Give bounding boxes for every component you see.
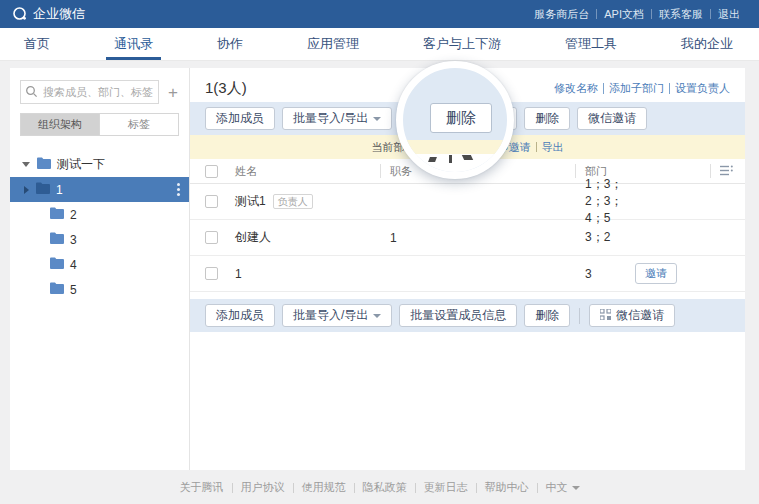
department-actions: 修改名称 添加子部门 设置负责人 [554,81,730,96]
row-checkbox[interactable] [205,195,218,208]
table-row[interactable]: 1 3 邀请 [190,256,745,292]
batch-import-export-button[interactable]: 批量导入/导出 [282,304,392,327]
content: + 组织架构 标签 测试一下 1 [10,68,745,470]
select-all-checkbox[interactable] [205,165,218,178]
member-departments: 3；2 [575,229,635,246]
tree-item-label: 测试一下 [57,156,105,173]
nav-tab-contacts[interactable]: 通讯录 [110,28,157,60]
delete-button[interactable]: 删除 [524,107,570,130]
tab-labels[interactable]: 标签 [99,114,178,135]
divider [536,142,537,152]
folder-icon [50,282,64,297]
nav-tab-customers[interactable]: 客户与上下游 [419,28,505,60]
batch-import-export-button[interactable]: 批量导入/导出 [282,107,392,130]
logout-link[interactable]: 退出 [711,7,747,22]
row-checkbox[interactable] [205,267,218,280]
tree-item-dept-1[interactable]: 1 [10,177,189,202]
more-options-icon[interactable] [177,183,180,186]
chevron-right-icon[interactable] [24,186,29,194]
help-center-link[interactable]: 帮助中心 [485,480,529,495]
tree-item-dept-3[interactable]: 3 [10,227,189,252]
magnified-delete-button[interactable]: 删除 [430,103,492,133]
search-input[interactable] [20,80,159,104]
app-logo: 企业微信 [12,5,85,23]
about-tencent-link[interactable]: 关于腾讯 [180,480,224,495]
qr-code-icon [600,309,611,323]
magnifier-lens: 删除 [396,61,514,179]
folder-icon [36,182,50,197]
batch-set-info-button[interactable]: 批量设置成员信息 [399,304,517,327]
member-departments: 1；3；2；3；4；5 [575,176,635,227]
api-docs-link[interactable]: API文档 [597,7,651,22]
topbar: 企业微信 服务商后台 API文档 联系客服 退出 [0,0,759,28]
member-name: 创建人 [235,229,271,246]
divider [232,483,233,493]
member-title: 1 [380,231,575,245]
column-settings-icon[interactable] [720,165,733,178]
table-row[interactable]: 测试1 负责人 1；3；2；3；4；5 [190,184,745,220]
export-link[interactable]: 导出 [542,140,564,155]
divider [415,483,416,493]
provider-console-link[interactable]: 服务商后台 [527,7,596,22]
add-subdepartment-link[interactable]: 添加子部门 [609,81,664,96]
divider [354,483,355,493]
tree-item-dept-5[interactable]: 5 [10,277,189,302]
rename-link[interactable]: 修改名称 [554,81,598,96]
column-header-name: 姓名 [235,164,380,179]
contact-support-link[interactable]: 联系客服 [652,7,710,22]
nav-tab-my-company[interactable]: 我的企业 [677,28,737,60]
manager-badge: 负责人 [273,194,313,209]
user-agreement-link[interactable]: 用户协议 [241,480,285,495]
chevron-down-icon[interactable] [22,162,30,167]
divider [669,83,670,94]
usage-rules-link[interactable]: 使用规范 [302,480,346,495]
divider [603,83,604,94]
wechat-invite-button[interactable]: 微信邀请 [589,304,675,327]
folder-icon [50,257,64,272]
changelog-link[interactable]: 更新日志 [424,480,468,495]
member-departments: 3 [575,267,635,281]
tab-org-structure[interactable]: 组织架构 [21,114,99,135]
divider [476,483,477,493]
wechat-invite-button[interactable]: 微信邀请 [577,107,647,130]
set-manager-link[interactable]: 设置负责人 [675,81,730,96]
member-name: 1 [235,267,242,281]
nav-tab-admin-tools[interactable]: 管理工具 [561,28,621,60]
footer: 关于腾讯 用户协议 使用规范 隐私政策 更新日志 帮助中心 中文 [0,480,759,495]
nav-tab-collaboration[interactable]: 协作 [213,28,247,60]
nav-tab-apps[interactable]: 应用管理 [303,28,363,60]
member-name: 测试1 [235,193,266,210]
sidebar-tabs: 组织架构 标签 [20,113,179,136]
row-checkbox[interactable] [205,231,218,244]
folder-icon [37,157,51,172]
add-member-button[interactable]: 添加成员 [205,304,275,327]
magnified-text-fragment [449,155,452,163]
topbar-links: 服务商后台 API文档 联系客服 退出 [527,7,747,22]
magnified-notice-strip [403,140,507,154]
member-table: 姓名 职务 部门 [190,159,745,292]
tree-item-dept-2[interactable]: 2 [10,202,189,227]
tree-item-dept-4[interactable]: 4 [10,252,189,277]
add-member-button[interactable]: 添加成员 [205,107,275,130]
add-department-button[interactable]: + [165,84,181,101]
folder-icon [50,232,64,247]
dropdown-caret-icon [572,486,580,490]
divider [537,483,538,493]
language-selector[interactable]: 中文 [546,480,580,495]
divider [579,308,580,324]
magnified-text-fragment [462,155,473,160]
invite-button[interactable]: 邀请 [635,263,677,284]
divider [293,483,294,493]
dropdown-caret-icon [373,314,381,318]
tree-item-label: 3 [70,233,77,247]
privacy-policy-link[interactable]: 隐私政策 [363,480,407,495]
tree-item-root[interactable]: 测试一下 [10,152,189,177]
app-title: 企业微信 [33,5,85,23]
tree-item-label: 1 [56,183,63,197]
delete-button[interactable]: 删除 [524,304,570,327]
nav-tab-home[interactable]: 首页 [20,28,54,60]
search-box [20,80,159,104]
department-title: 1(3人) [205,79,247,98]
column-header-department: 部门 [575,164,635,179]
table-row[interactable]: 创建人 1 3；2 [190,220,745,256]
